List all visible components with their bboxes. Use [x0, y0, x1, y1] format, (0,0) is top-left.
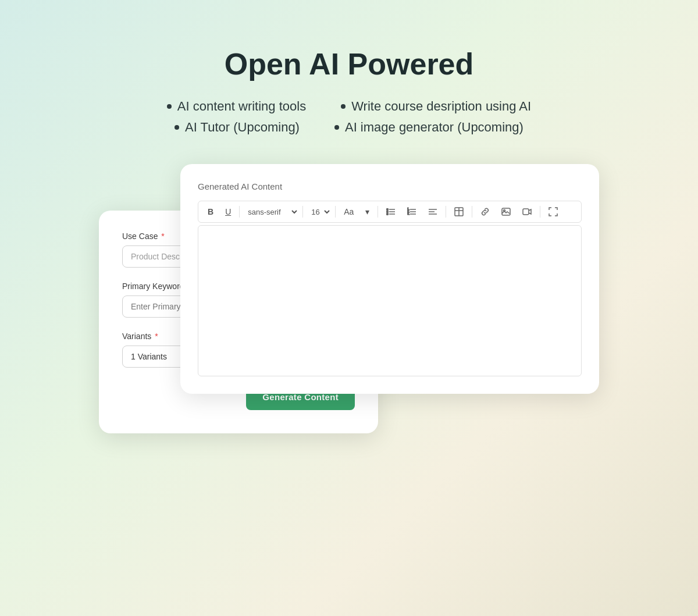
bullet-list-button[interactable]: [382, 205, 400, 219]
link-icon: [480, 207, 490, 216]
ai-content-editor[interactable]: [198, 225, 582, 376]
numbered-list-button[interactable]: 1. 2. 3.: [403, 205, 421, 219]
fullscreen-button[interactable]: [544, 205, 562, 219]
table-button[interactable]: [450, 205, 468, 219]
image-icon: [501, 207, 511, 216]
toolbar-divider-1: [239, 206, 240, 218]
bullet-icon-3: [174, 125, 179, 130]
feature-text-1: AI content writing tools: [177, 99, 306, 114]
link-button[interactable]: [476, 205, 494, 219]
feature-item-4: AI image generator (Upcoming): [334, 120, 524, 135]
font-size-select[interactable]: 16 12 14 18 24: [307, 206, 332, 218]
feature-list: AI content writing tools Write course de…: [167, 99, 531, 135]
variants-required: *: [152, 332, 158, 341]
svg-point-4: [387, 213, 389, 215]
numbered-list-icon: 1. 2. 3.: [407, 207, 416, 216]
video-button[interactable]: [518, 205, 536, 219]
bullet-icon-4: [334, 125, 339, 130]
toolbar-divider-4: [378, 206, 378, 218]
video-icon: [522, 207, 532, 216]
bullet-list-icon: [386, 207, 396, 216]
fullscreen-icon: [549, 207, 558, 216]
underline-button[interactable]: U: [220, 205, 236, 219]
align-icon: [428, 207, 437, 216]
font-case-button[interactable]: Aa: [339, 205, 358, 219]
svg-rect-20: [523, 209, 529, 215]
feature-item-3: AI Tutor (Upcoming): [174, 120, 300, 135]
feature-text-2: Write course desription using AI: [351, 99, 531, 114]
toolbar: B U sans-serif serif monospace 16 12 14 …: [198, 201, 582, 223]
feature-item-2: Write course desription using AI: [341, 99, 531, 114]
cards-container: Use Case * Primary Keyword * Variants * …: [99, 164, 599, 490]
feature-row-2: AI Tutor (Upcoming) AI image generator (…: [174, 120, 524, 135]
align-button[interactable]: [423, 205, 442, 219]
svg-point-2: [387, 211, 389, 213]
feature-item-1: AI content writing tools: [167, 99, 306, 114]
svg-text:3.: 3.: [407, 212, 409, 215]
feature-text-4: AI image generator (Upcoming): [345, 120, 524, 135]
font-case-dropdown[interactable]: ▾: [361, 205, 374, 219]
toolbar-divider-5: [446, 206, 446, 218]
toolbar-divider-2: [302, 206, 303, 218]
toolbar-divider-3: [335, 206, 336, 218]
image-button[interactable]: [497, 205, 515, 219]
table-icon: [454, 207, 464, 216]
ai-card-label: Generated AI Content: [198, 181, 582, 191]
page-title: Open AI Powered: [225, 47, 474, 81]
feature-text-3: AI Tutor (Upcoming): [185, 120, 300, 135]
svg-point-0: [387, 209, 389, 211]
bullet-icon-1: [167, 104, 172, 109]
bullet-icon-2: [341, 104, 346, 109]
font-family-select[interactable]: sans-serif serif monospace: [243, 206, 299, 218]
toolbar-divider-7: [540, 206, 540, 218]
feature-row-1: AI content writing tools Write course de…: [167, 99, 531, 114]
ai-card: Generated AI Content B U sans-serif seri…: [180, 164, 599, 394]
use-case-required: *: [159, 232, 164, 241]
bold-button[interactable]: B: [203, 205, 218, 219]
toolbar-divider-6: [472, 206, 472, 218]
